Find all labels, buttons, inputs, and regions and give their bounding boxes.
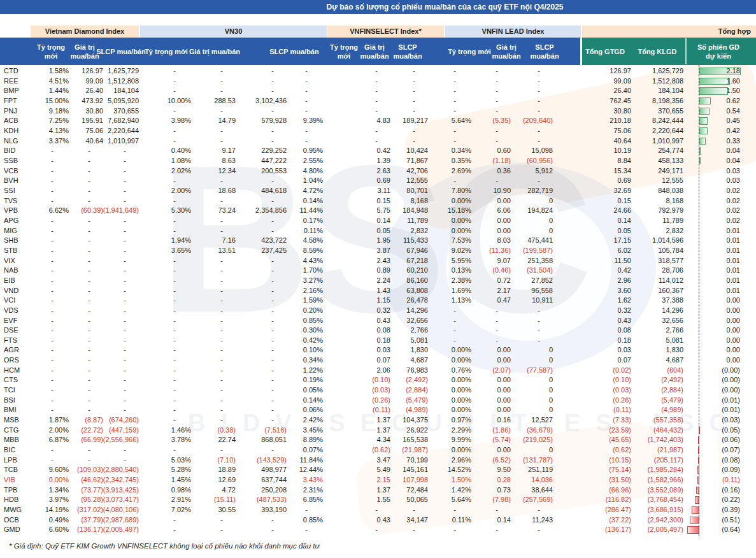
value-cell: 14,296 — [385, 306, 428, 316]
value-cell: - — [187, 176, 236, 186]
value-cell: (0.62) — [347, 445, 390, 455]
value-cell: 126.97 — [573, 66, 631, 76]
value-cell: 237,425 — [232, 246, 287, 256]
value-cell: - — [28, 375, 69, 385]
value-cell: - — [135, 136, 191, 147]
value-cell: 0.15 — [347, 196, 390, 206]
value-cell: 12.69 — [187, 475, 236, 485]
value-cell: - — [187, 336, 236, 346]
value-cell: 0.04 — [687, 146, 740, 156]
value-cell: - — [187, 396, 236, 406]
value-cell: - — [232, 415, 287, 426]
value-cell: (4,989) — [627, 405, 683, 415]
table-row: BIC------0.07%(0.62)(21,987)0.00%0.000(0… — [0, 445, 756, 455]
table-row: MIG------0.11%0.052,8320.00%0.0000.052,8… — [0, 226, 756, 236]
value-cell: (1,742,403) — [627, 435, 683, 445]
table-row: OCB0.49%(37.79)(2,987,689)---0.85%0.4334… — [0, 515, 756, 526]
value-cell: (1.86) — [467, 426, 511, 436]
value-cell: - — [385, 66, 428, 76]
value-cell: (0.51) — [687, 515, 740, 526]
value-cell: 107,998 — [385, 475, 428, 485]
value-cell: (1,941,649) — [96, 206, 139, 216]
value-cell: 484,618 — [232, 186, 287, 196]
value-cell: - — [424, 326, 471, 336]
value-cell: 2.16% — [283, 286, 323, 296]
value-cell: 0.00 — [467, 405, 511, 415]
value-cell: 71,867 — [385, 156, 428, 166]
value-cell: (5.35) — [467, 116, 511, 126]
value-cell: - — [96, 396, 139, 406]
value-cell: (36,679) — [506, 426, 553, 436]
value-cell: - — [187, 385, 236, 396]
value-cell: (21,987) — [385, 445, 428, 455]
table-row: VCB---2.02%12.34200,5534.80%2.6342,7062.… — [0, 166, 756, 176]
value-cell: 0.72 — [467, 276, 511, 286]
value-cell: 2.29% — [424, 426, 471, 436]
value-cell: 370,655 — [627, 106, 683, 117]
value-cell: - — [424, 176, 471, 186]
value-cell: (0.00) — [687, 366, 740, 376]
value-cell: - — [506, 316, 553, 326]
value-cell: 1.13% — [424, 296, 471, 306]
value-cell: 0.62 — [687, 96, 740, 106]
value-cell: - — [187, 296, 236, 306]
value-cell: - — [135, 326, 191, 336]
value-cell: - — [232, 385, 287, 396]
value-cell: 251,119 — [506, 465, 553, 475]
value-cell: 10,424 — [385, 146, 428, 156]
value-cell: 3.65% — [135, 246, 191, 256]
value-cell: 0.18 — [573, 336, 631, 346]
value-cell: 11.44% — [283, 206, 323, 216]
value-cell: 13.51 — [187, 246, 236, 256]
value-cell: 0.14 — [467, 515, 511, 526]
value-cell: - — [424, 316, 471, 326]
value-cell: 1.39 — [347, 156, 390, 166]
value-cell: 0.05 — [347, 226, 390, 236]
value-cell: 0.00 — [467, 345, 511, 355]
value-cell: - — [424, 505, 471, 515]
value-cell: 40.64 — [573, 136, 631, 147]
value-cell: - — [232, 375, 287, 385]
value-cell: - — [135, 66, 191, 76]
value-cell: (2,884) — [627, 385, 683, 396]
table-row: PNJ9.18%30.80370,655---------30.80370,65… — [0, 106, 756, 117]
value-cell: 0.45 — [687, 116, 740, 126]
value-cell: 0 — [506, 226, 553, 236]
value-cell: - — [96, 345, 139, 355]
value-cell: - — [96, 156, 139, 166]
value-cell: 9.17 — [187, 146, 236, 156]
value-cell: 2.96% — [424, 455, 471, 466]
value-cell: 104,375 — [385, 415, 428, 426]
value-cell: 38,644 — [506, 485, 553, 496]
value-cell: 0 — [506, 405, 553, 415]
value-cell: - — [187, 136, 236, 147]
value-cell: 60,210 — [385, 266, 428, 276]
value-cell: (136.17) — [573, 525, 631, 535]
value-cell: 0.05% — [283, 385, 323, 396]
value-cell: 1.37 — [347, 485, 390, 496]
value-cell: 254,774 — [627, 146, 683, 156]
value-cell: (11.36) — [467, 246, 511, 256]
value-cell: - — [28, 246, 69, 256]
value-cell: - — [506, 66, 553, 76]
value-cell: 0.14% — [283, 396, 323, 406]
value-cell: - — [424, 136, 471, 147]
value-cell: - — [283, 525, 323, 535]
value-cell: 32,656 — [385, 316, 428, 326]
value-cell: 447,222 — [232, 156, 287, 166]
value-cell: 0.03 — [573, 345, 631, 355]
value-cell: 0.69 — [573, 176, 631, 186]
value-cell: 0 — [506, 355, 553, 366]
value-cell: (2,005,497) — [96, 525, 139, 535]
value-cell: 2.24 — [347, 276, 390, 286]
value-cell: - — [385, 505, 428, 515]
table-row: BSI------0.14%(0.26)(5,479)0.00%0.000(0.… — [0, 396, 756, 406]
value-cell: - — [28, 455, 69, 466]
value-cell: 0.42 — [573, 266, 631, 276]
value-cell: 8.63 — [187, 156, 236, 166]
value-cell: 0.00% — [424, 345, 471, 355]
value-cell: 2,832 — [627, 226, 683, 236]
value-cell: 250,208 — [232, 485, 287, 496]
value-cell: 34,147 — [385, 515, 428, 526]
value-cell: 26.40 — [573, 86, 631, 96]
